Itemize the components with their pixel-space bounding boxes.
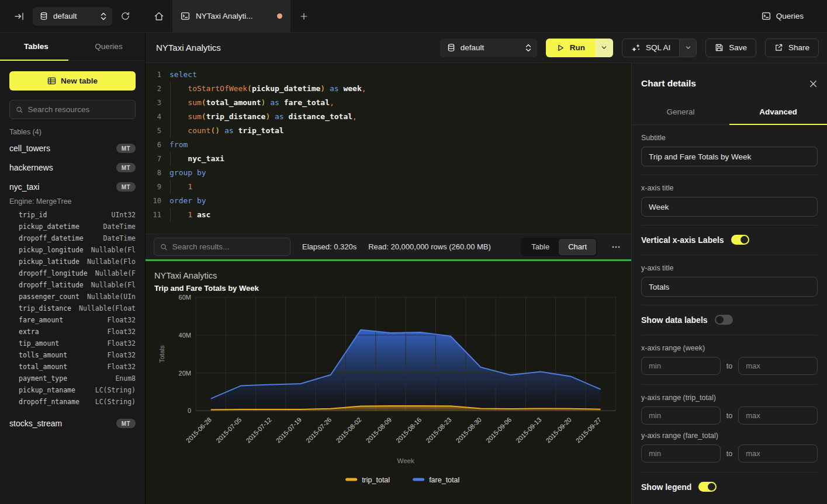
legend-label-fare_total[interactable]: fare_total bbox=[429, 476, 459, 484]
show-legend-toggle[interactable] bbox=[698, 482, 717, 492]
code-line-9: 9 1 bbox=[146, 180, 631, 194]
line-number: 10 bbox=[146, 194, 161, 208]
line-number: 7 bbox=[146, 152, 161, 166]
range-to-label: to bbox=[726, 412, 732, 420]
column-type: DateTime bbox=[103, 232, 136, 244]
code-text: order by bbox=[161, 194, 206, 208]
column-name: pickup_datetime bbox=[19, 221, 79, 232]
column-name: tip_amount bbox=[19, 338, 59, 349]
more-options-icon[interactable] bbox=[609, 242, 623, 252]
column-row-payment_type: payment_typeEnum8 bbox=[0, 373, 145, 384]
queries-button[interactable]: Queries bbox=[762, 12, 804, 20]
tab-advanced[interactable]: Advanced bbox=[729, 100, 827, 124]
column-type: Nullable(UIn bbox=[87, 291, 136, 303]
code-text: 1 bbox=[161, 180, 192, 194]
panel-form: Subtitle x-axis title Vertical x-axis La… bbox=[632, 125, 827, 502]
refresh-icon[interactable] bbox=[120, 11, 130, 21]
code-text: nyc_taxi bbox=[161, 152, 224, 166]
view-chart[interactable]: Chart bbox=[559, 239, 596, 255]
code-line-1: 1select bbox=[146, 68, 631, 82]
yaxis-range-trip-max-input[interactable] bbox=[738, 406, 818, 425]
chart-details-panel: Chart details General Advanced Subtitle bbox=[631, 63, 827, 504]
yaxis-range-fare-min-input[interactable] bbox=[641, 444, 721, 463]
home-button[interactable] bbox=[146, 0, 172, 32]
table-item-nyc_taxi[interactable]: nyc_taxiMT bbox=[0, 177, 145, 196]
run-button[interactable]: Run bbox=[546, 39, 596, 57]
collapse-sidebar-icon[interactable] bbox=[14, 11, 25, 22]
search-resources-input[interactable] bbox=[28, 105, 129, 114]
panel-title: Chart details bbox=[641, 78, 696, 89]
vertical-xaxis-labels-toggle[interactable] bbox=[731, 235, 749, 245]
legend-label-trip_total[interactable]: trip_total bbox=[362, 476, 390, 484]
code-text: toStartOfWeek(pickup_datetime) as week, bbox=[161, 82, 366, 96]
code-text: 1 asc bbox=[161, 208, 210, 222]
updown-chevron-icon bbox=[101, 12, 106, 20]
column-name: tolls_amount bbox=[19, 349, 67, 361]
code-line-6: 6from bbox=[146, 138, 631, 152]
page-title: NYTaxi Analytics bbox=[156, 43, 221, 53]
x-tick-label: 2015-09-06 bbox=[485, 416, 513, 444]
query-workspace: 1select2 toStartOfWeek(pickup_datetime) … bbox=[146, 63, 631, 504]
y-tick-label: 40M bbox=[179, 332, 191, 339]
yaxis-range-fare-max-input[interactable] bbox=[738, 444, 818, 463]
table-item-cell_towers[interactable]: cell_towersMT bbox=[0, 138, 145, 158]
yaxis-range-trip-min-input[interactable] bbox=[641, 406, 721, 425]
query-tab[interactable]: NYTaxi Analyti... bbox=[172, 0, 290, 32]
sql-ai-button[interactable]: SQL AI bbox=[622, 39, 679, 57]
code-text: group by bbox=[161, 166, 206, 180]
line-number: 8 bbox=[146, 166, 161, 180]
xaxis-range-max-input[interactable] bbox=[738, 357, 818, 375]
table-item-stocks_stream[interactable]: stocks_streamMT bbox=[0, 413, 145, 433]
table-list: cell_towersMThackernewsMTnyc_taxiMTEngin… bbox=[0, 138, 145, 433]
view-table[interactable]: Table bbox=[522, 239, 559, 255]
chart-panel: NYTaxi AnalyticsTrip and Fare Totals by … bbox=[146, 261, 631, 504]
code-line-4: 4 sum(trip_distance) as distance_total, bbox=[146, 110, 631, 124]
line-number: 2 bbox=[146, 82, 161, 96]
legend-swatch-fare_total[interactable] bbox=[413, 478, 424, 481]
tables-section-title: Tables (4) bbox=[9, 128, 136, 136]
xaxis-range-min-input[interactable] bbox=[641, 357, 721, 375]
save-button[interactable]: Save bbox=[705, 39, 756, 57]
chart[interactable]: NYTaxi AnalyticsTrip and Fare Totals by … bbox=[146, 261, 631, 504]
search-results-input[interactable] bbox=[172, 242, 284, 251]
column-type: Nullable(Flo bbox=[87, 256, 136, 267]
subtitle-input[interactable] bbox=[641, 147, 818, 166]
column-row-trip_id: trip_idUInt32 bbox=[0, 209, 145, 221]
new-table-button[interactable]: New table bbox=[9, 71, 136, 91]
table-item-hackernews[interactable]: hackernewsMT bbox=[0, 158, 145, 177]
column-name: dropoff_datetime bbox=[19, 232, 84, 244]
tab-queries[interactable]: Queries bbox=[72, 33, 145, 60]
database-selector[interactable]: default bbox=[33, 7, 112, 26]
x-tick-label: 2015-06-28 bbox=[185, 416, 213, 444]
column-name: payment_type bbox=[19, 373, 67, 384]
legend-swatch-trip_total[interactable] bbox=[345, 478, 357, 481]
panel-tabs: General Advanced bbox=[632, 100, 827, 125]
column-row-pickup_datetime: pickup_datetimeDateTime bbox=[0, 221, 145, 232]
sql-editor[interactable]: 1select2 toStartOfWeek(pickup_datetime) … bbox=[146, 63, 631, 234]
engine-badge: MT bbox=[116, 144, 136, 153]
table-name: nyc_taxi bbox=[9, 182, 39, 192]
column-type: Float32 bbox=[108, 314, 136, 326]
close-icon[interactable] bbox=[809, 79, 818, 88]
chart-title: NYTaxi Analytics bbox=[154, 271, 217, 280]
column-row-dropoff_datetime: dropoff_datetimeDateTime bbox=[0, 232, 145, 244]
show-data-labels-label: Show data labels bbox=[641, 315, 708, 325]
tab-general[interactable]: General bbox=[632, 100, 729, 124]
database-selector-toolbar[interactable]: default bbox=[440, 39, 537, 57]
run-options-caret[interactable] bbox=[596, 39, 613, 57]
column-type: Nullable(Fl bbox=[91, 279, 136, 291]
share-button[interactable]: Share bbox=[765, 39, 819, 57]
show-data-labels-toggle[interactable] bbox=[715, 315, 733, 325]
column-type: Float32 bbox=[108, 326, 136, 338]
yaxis-title-input[interactable] bbox=[641, 277, 818, 297]
column-type: Float32 bbox=[108, 349, 136, 361]
tab-tables[interactable]: Tables bbox=[0, 33, 72, 60]
code-line-2: 2 toStartOfWeek(pickup_datetime) as week… bbox=[146, 82, 631, 96]
sql-ai-caret[interactable] bbox=[679, 39, 696, 57]
search-icon bbox=[160, 243, 168, 251]
column-row-pickup_longitude: pickup_longitudeNullable(Fl bbox=[0, 244, 145, 256]
column-row-pickup_latitude: pickup_latitudeNullable(Flo bbox=[0, 256, 145, 267]
xaxis-title-input[interactable] bbox=[641, 197, 818, 217]
x-tick-label: 2015-08-09 bbox=[365, 416, 393, 444]
new-tab-button[interactable] bbox=[290, 0, 317, 32]
